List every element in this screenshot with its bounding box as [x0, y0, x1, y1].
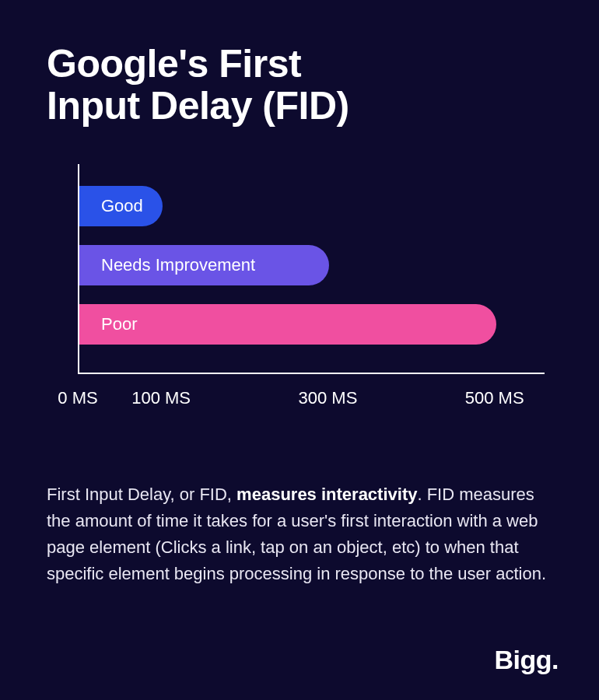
title-line-2: Input Delay (FID): [47, 84, 349, 128]
bar-needs-improvement: Needs Improvement: [79, 245, 329, 285]
x-tick: 0 MS: [58, 388, 97, 408]
fid-chart: GoodNeeds ImprovementPoor 0 MS100 MS300 …: [78, 164, 545, 411]
desc-bold: measures interactivity: [236, 485, 417, 504]
bar-label: Needs Improvement: [101, 255, 255, 275]
description-text: First Input Delay, or FID, measures inte…: [47, 481, 552, 587]
brand-logo: Bigg.: [495, 645, 559, 675]
chart-plot-area: GoodNeeds ImprovementPoor: [78, 164, 545, 374]
bar-good: Good: [79, 186, 163, 226]
x-tick: 100 MS: [131, 388, 191, 408]
bar-poor: Poor: [79, 304, 496, 345]
title-line-1: Google's First: [47, 42, 301, 86]
bar-label: Good: [101, 196, 143, 216]
x-tick: 300 MS: [299, 388, 358, 408]
page-title: Google's First Input Delay (FID): [47, 43, 552, 127]
bar-label: Poor: [101, 314, 137, 334]
desc-pre: First Input Delay, or FID,: [47, 485, 236, 504]
x-tick: 500 MS: [465, 388, 524, 408]
x-axis: 0 MS100 MS300 MS500 MS: [54, 388, 545, 411]
